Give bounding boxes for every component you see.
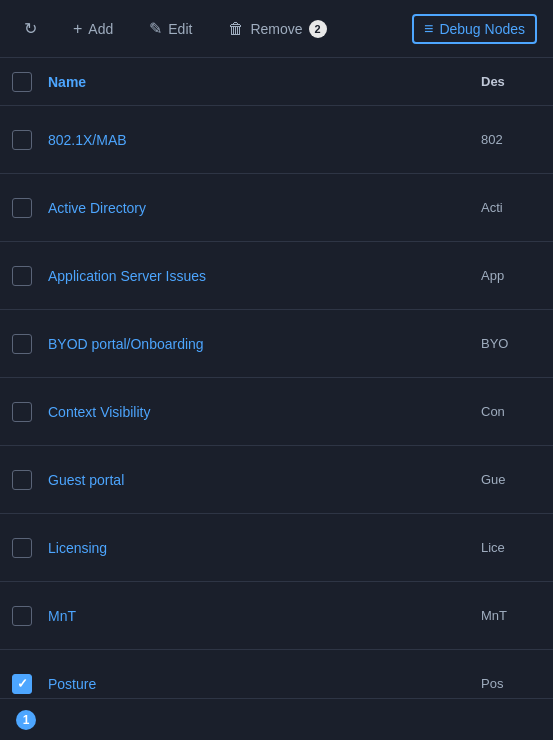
refresh-icon: ↻: [24, 19, 37, 38]
add-label: Add: [88, 21, 113, 37]
debug-nodes-label: Debug Nodes: [439, 21, 525, 37]
table-header: Name Des: [0, 58, 553, 106]
row-name: Active Directory: [48, 200, 481, 216]
row-name: Licensing: [48, 540, 481, 556]
row-checkbox-col: [12, 130, 48, 150]
add-icon: +: [73, 20, 82, 38]
table-row[interactable]: LicensingLice: [0, 514, 553, 582]
row-checkbox-col: [12, 334, 48, 354]
header-name: Name: [48, 74, 481, 90]
row-checkbox-col: [12, 266, 48, 286]
row-desc: MnT: [481, 608, 541, 623]
table-row[interactable]: 802.1X/MAB802: [0, 106, 553, 174]
row-desc: 802: [481, 132, 541, 147]
row-checkbox-col: [12, 674, 48, 694]
row-name: Guest portal: [48, 472, 481, 488]
row-checkbox-col: [12, 198, 48, 218]
row-checkbox-col: [12, 538, 48, 558]
debug-nodes-button[interactable]: ≡ Debug Nodes: [412, 14, 537, 44]
row-checkbox-col: [12, 606, 48, 626]
row-checkbox[interactable]: [12, 606, 32, 626]
row-checkbox[interactable]: [12, 674, 32, 694]
row-name: BYOD portal/Onboarding: [48, 336, 481, 352]
row-checkbox[interactable]: [12, 130, 32, 150]
table-row[interactable]: Context VisibilityCon: [0, 378, 553, 446]
add-button[interactable]: + Add: [65, 16, 121, 42]
row-checkbox[interactable]: [12, 334, 32, 354]
table-body: 802.1X/MAB802Active DirectoryActiApplica…: [0, 106, 553, 718]
table-row[interactable]: Application Server IssuesApp: [0, 242, 553, 310]
toolbar: ↻ + Add ✎ Edit 🗑 Remove 2 ≡ Debug Nodes: [0, 0, 553, 58]
header-checkbox-col: [12, 72, 48, 92]
table-row[interactable]: MnTMnT: [0, 582, 553, 650]
edit-button[interactable]: ✎ Edit: [141, 15, 200, 42]
row-checkbox[interactable]: [12, 470, 32, 490]
row-checkbox-col: [12, 470, 48, 490]
row-desc: Lice: [481, 540, 541, 555]
row-checkbox[interactable]: [12, 538, 32, 558]
row-desc: Con: [481, 404, 541, 419]
row-name: Context Visibility: [48, 404, 481, 420]
table-row[interactable]: Guest portalGue: [0, 446, 553, 514]
row-name: MnT: [48, 608, 481, 624]
remove-icon: 🗑: [228, 20, 244, 38]
table-row[interactable]: Active DirectoryActi: [0, 174, 553, 242]
row-desc: Gue: [481, 472, 541, 487]
row-name: 802.1X/MAB: [48, 132, 481, 148]
row-checkbox[interactable]: [12, 402, 32, 422]
row-desc: BYO: [481, 336, 541, 351]
edit-icon: ✎: [149, 19, 162, 38]
row-checkbox[interactable]: [12, 198, 32, 218]
nodes-table: Name Des 802.1X/MAB802Active DirectoryAc…: [0, 58, 553, 718]
row-desc: Pos: [481, 676, 541, 691]
remove-button[interactable]: 🗑 Remove 2: [220, 16, 334, 42]
row-desc: App: [481, 268, 541, 283]
refresh-button[interactable]: ↻: [16, 15, 45, 42]
select-all-checkbox[interactable]: [12, 72, 32, 92]
edit-label: Edit: [168, 21, 192, 37]
selected-count-badge: 1: [16, 710, 36, 730]
row-checkbox-col: [12, 402, 48, 422]
row-checkbox[interactable]: [12, 266, 32, 286]
table-row[interactable]: BYOD portal/OnboardingBYO: [0, 310, 553, 378]
debug-nodes-icon: ≡: [424, 20, 433, 38]
remove-label: Remove: [250, 21, 302, 37]
row-name: Application Server Issues: [48, 268, 481, 284]
row-desc: Acti: [481, 200, 541, 215]
bottom-bar: 1: [0, 698, 553, 740]
header-description: Des: [481, 74, 541, 89]
row-name: Posture: [48, 676, 481, 692]
remove-count-badge: 2: [309, 20, 327, 38]
